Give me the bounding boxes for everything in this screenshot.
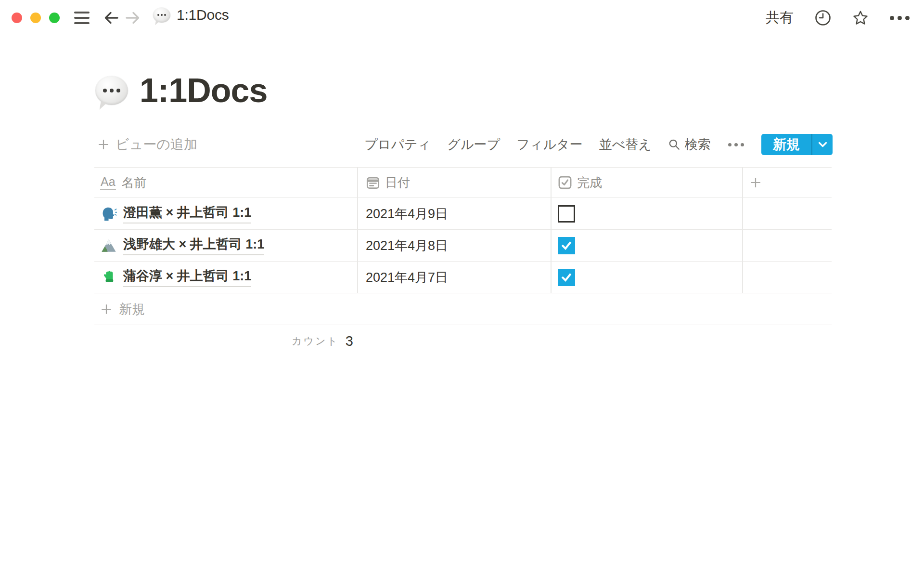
properties-button[interactable]: プロパティ <box>364 136 431 153</box>
name-cell[interactable]: 澄田薫 × 井上哲司 1:1 <box>94 198 357 229</box>
checkbox[interactable] <box>558 237 575 254</box>
minimize-window-button[interactable] <box>30 13 41 23</box>
table-row: 蒲谷淳 × 井上哲司 1:1 2021年4月7日 <box>94 262 832 293</box>
breadcrumb[interactable]: 1:1Docs <box>153 7 229 23</box>
column-divider[interactable] <box>551 167 552 293</box>
group-button[interactable]: グループ <box>447 136 500 153</box>
database-table: Aa 名前 日付 完成 <box>94 167 832 357</box>
plus-icon <box>100 303 113 315</box>
table-header-row: Aa 名前 日付 完成 <box>94 167 832 198</box>
done-cell[interactable] <box>551 198 742 229</box>
notion-window: 1:1Docs 共有 1:1Docs <box>0 0 924 578</box>
count-label[interactable]: カウント <box>292 334 339 348</box>
gloves-icon <box>100 269 117 286</box>
speaking-head-icon <box>100 205 117 223</box>
column-label: 名前 <box>122 174 147 191</box>
name-cell[interactable]: 浅野雄大 × 井上哲司 1:1 <box>94 230 357 261</box>
mountain-icon <box>100 237 117 254</box>
column-label: 完成 <box>577 174 602 191</box>
date-value: 2021年4月7日 <box>366 269 448 286</box>
count-value: 3 <box>346 333 353 349</box>
page-link[interactable]: 浅野雄大 × 井上哲司 1:1 <box>123 236 264 255</box>
new-button-label[interactable]: 新規 <box>761 134 811 155</box>
table-footer: カウント 3 <box>94 325 357 357</box>
checkbox[interactable] <box>558 205 575 223</box>
date-cell[interactable]: 2021年4月9日 <box>357 198 551 229</box>
more-options-icon[interactable] <box>890 16 910 20</box>
view-toolbar: ビューの追加 プロパティ グループ フィルター 並べ替え 検索 新規 <box>0 134 924 155</box>
row-spacer <box>742 230 832 261</box>
back-arrow-icon[interactable] <box>103 10 119 26</box>
page-link[interactable]: 澄田薫 × 井上哲司 1:1 <box>123 204 251 223</box>
search-icon <box>668 138 680 151</box>
new-row-label: 新規 <box>119 301 145 318</box>
column-divider[interactable] <box>357 167 358 293</box>
view-more-icon[interactable] <box>727 143 745 146</box>
page-title[interactable]: 1:1Docs <box>140 71 267 110</box>
date-value: 2021年4月9日 <box>366 205 448 223</box>
sort-button[interactable]: 並べ替え <box>599 136 652 153</box>
forward-arrow-icon[interactable] <box>125 10 141 26</box>
column-divider[interactable] <box>742 167 743 293</box>
checkbox[interactable] <box>558 269 575 286</box>
page-title-block: 1:1Docs <box>95 71 267 110</box>
date-cell[interactable]: 2021年4月8日 <box>357 230 551 261</box>
plus-icon <box>97 138 110 151</box>
table-row: 澄田薫 × 井上哲司 1:1 2021年4月9日 <box>94 198 832 230</box>
page-speech-balloon-icon[interactable] <box>95 76 128 105</box>
titlebar-actions: 共有 <box>766 0 910 36</box>
speech-balloon-icon <box>153 8 170 23</box>
checkbox-icon <box>558 175 572 190</box>
toolbar-actions: プロパティ グループ フィルター 並べ替え 検索 新規 <box>364 134 833 155</box>
search-button[interactable]: 検索 <box>668 136 711 153</box>
calendar-icon <box>366 175 380 190</box>
done-cell[interactable] <box>551 262 742 293</box>
plus-icon <box>749 176 762 189</box>
favorite-star-icon[interactable] <box>852 10 869 26</box>
column-header-done[interactable]: 完成 <box>551 168 742 197</box>
table-row: 浅野雄大 × 井上哲司 1:1 2021年4月8日 <box>94 230 832 262</box>
done-cell[interactable] <box>551 230 742 261</box>
share-button[interactable]: 共有 <box>766 8 794 27</box>
breadcrumb-title: 1:1Docs <box>177 7 229 23</box>
add-view-button[interactable]: ビューの追加 <box>97 134 197 155</box>
date-cell[interactable]: 2021年4月7日 <box>357 262 551 293</box>
page-link[interactable]: 蒲谷淳 × 井上哲司 1:1 <box>123 267 251 287</box>
add-view-label: ビューの追加 <box>116 135 197 154</box>
column-label: 日付 <box>385 174 410 191</box>
search-label: 検索 <box>685 136 711 153</box>
row-spacer <box>742 262 832 293</box>
titlebar: 1:1Docs 共有 <box>0 0 924 36</box>
row-spacer <box>742 198 832 229</box>
add-column-button[interactable] <box>742 168 832 197</box>
new-row-button[interactable]: 新規 <box>94 293 832 325</box>
date-value: 2021年4月8日 <box>366 237 448 254</box>
chevron-down-icon[interactable] <box>812 134 833 155</box>
zoom-window-button[interactable] <box>49 13 60 23</box>
text-format-icon: Aa <box>100 175 116 189</box>
clock-icon[interactable] <box>815 10 831 26</box>
filter-button[interactable]: フィルター <box>516 136 583 153</box>
new-button[interactable]: 新規 <box>761 134 833 155</box>
sidebar-menu-icon[interactable] <box>74 12 90 24</box>
column-header-name[interactable]: Aa 名前 <box>94 168 357 197</box>
name-cell[interactable]: 蒲谷淳 × 井上哲司 1:1 <box>94 262 357 293</box>
close-window-button[interactable] <box>12 13 22 23</box>
column-header-date[interactable]: 日付 <box>357 168 551 197</box>
